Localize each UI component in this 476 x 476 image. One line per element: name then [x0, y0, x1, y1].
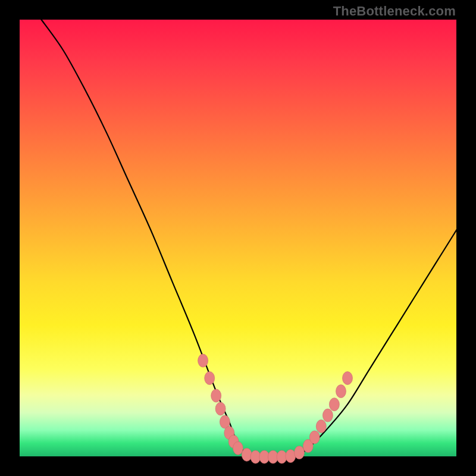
chart-frame: TheBottleneck.com	[0, 0, 476, 476]
highlight-dot	[215, 402, 226, 415]
highlight-dot	[343, 372, 353, 385]
highlight-dot	[205, 372, 215, 385]
highlight-dots	[198, 354, 353, 464]
highlight-dot	[322, 409, 333, 422]
highlight-dot	[242, 448, 252, 461]
highlight-dot	[309, 431, 320, 444]
highlight-dot	[211, 389, 221, 402]
highlight-dot	[336, 385, 346, 398]
watermark-label: TheBottleneck.com	[333, 4, 456, 19]
highlight-dot	[233, 441, 243, 455]
chart-overlay	[19, 19, 457, 457]
highlight-dot	[329, 398, 339, 411]
highlight-dot	[316, 420, 326, 433]
highlight-dot	[295, 446, 305, 459]
bottleneck-curve	[41, 19, 457, 458]
highlight-dot	[198, 354, 208, 367]
highlight-dot	[250, 450, 261, 464]
highlight-dot	[286, 450, 296, 463]
highlight-dot	[277, 450, 287, 464]
